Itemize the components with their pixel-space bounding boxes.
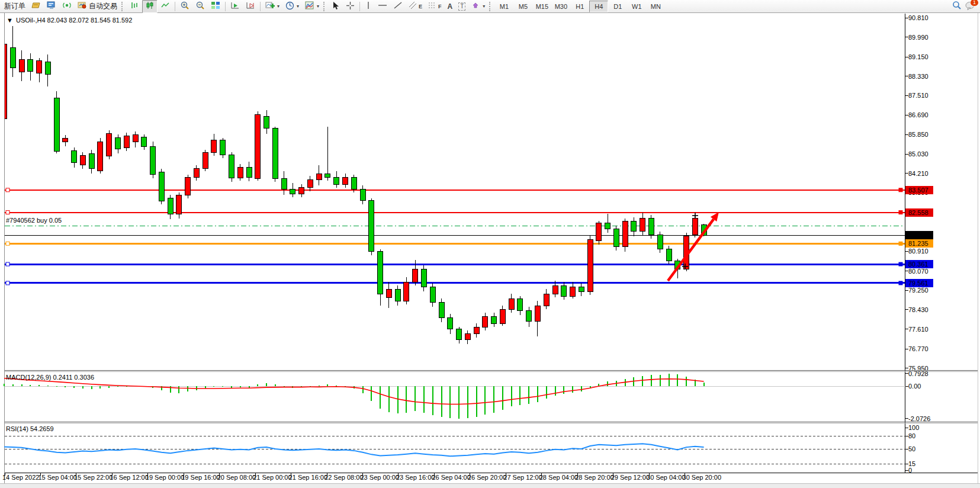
time-tick-label[interactable]: 23 Sep 00:00 (361, 474, 399, 481)
time-tick-label[interactable]: 21 Sep 00:00 (253, 474, 291, 481)
hline-79.561[interactable] (5, 281, 905, 285)
candle (430, 287, 435, 302)
equidistant-channel-tool-button[interactable]: E (406, 0, 425, 13)
price-badge-label: 83.507 (908, 187, 928, 194)
terminal-button[interactable] (44, 0, 59, 13)
indicators-caret-icon[interactable]: ▾ (277, 4, 279, 9)
templates-caret-icon[interactable]: ▾ (317, 4, 319, 9)
toolbar-grip[interactable] (323, 2, 326, 11)
line-handle[interactable] (6, 262, 9, 266)
price-tick-label: 77.610 (908, 326, 928, 333)
hline-82.558[interactable] (5, 211, 905, 214)
indicators-button[interactable]: ▾ (262, 0, 282, 13)
tf-m5-button[interactable]: M5 (513, 1, 532, 12)
time-tick-label[interactable]: 14 Sep 2022 (2, 474, 39, 481)
time-tick-label[interactable]: 16 Sep 12:00 (110, 474, 148, 481)
line-handle[interactable] (6, 211, 9, 214)
arrows-tool-icon (471, 1, 480, 11)
tf-h1-button[interactable]: H1 (570, 1, 589, 12)
line-handle[interactable] (899, 242, 902, 245)
candle (28, 60, 33, 72)
time-tick-label[interactable]: 27 Sep 12:00 (503, 474, 542, 481)
auto-trading-button[interactable]: 自动交易 (75, 0, 120, 13)
time-tick-label[interactable]: 29 Sep 12:00 (611, 474, 650, 481)
time-tick-label[interactable]: 15 Sep 22:00 (74, 474, 113, 481)
macd-tick-label: 0.7928 (908, 370, 928, 377)
toolbar-grip[interactable] (489, 2, 492, 11)
time-tick-label[interactable]: 15 Sep 04:00 (38, 474, 76, 481)
search-icon[interactable] (952, 1, 962, 12)
tf-d1-button[interactable]: D1 (608, 1, 627, 12)
hline-83.507[interactable] (5, 188, 905, 192)
line-handle[interactable] (899, 262, 902, 266)
time-tick-label[interactable]: 23 Sep 16:00 (396, 474, 435, 481)
time-tick-label[interactable]: 28 Sep 20:00 (575, 474, 613, 481)
crosshair-button[interactable] (343, 0, 358, 13)
notifications-button[interactable]: 1 (965, 1, 975, 12)
time-tick-label[interactable]: 22 Sep 08:00 (324, 474, 363, 481)
tf-m30-button[interactable]: M30 (551, 1, 570, 12)
horizontal-line-tool-button[interactable] (375, 0, 390, 13)
templates-button[interactable]: ▾ (302, 0, 322, 13)
tile-windows-button[interactable] (208, 0, 223, 13)
tf-m15-button[interactable]: M15 (532, 1, 551, 12)
annotations: #7940562 buy 0.05 (6, 212, 719, 281)
candle (369, 201, 374, 252)
line-handle[interactable] (899, 211, 902, 214)
time-tick-label[interactable]: 20 Sep 08:00 (217, 474, 256, 481)
tf-w1-button[interactable]: W1 (627, 1, 646, 12)
candle (491, 316, 497, 323)
trend-arrow-annotation[interactable] (668, 219, 714, 281)
periods-button[interactable]: ▾ (282, 0, 302, 13)
candlestick-chart-button[interactable] (142, 0, 158, 13)
arrows-tool-button[interactable]: ▾ (468, 0, 488, 13)
tf-mn-button[interactable]: MN (646, 1, 665, 12)
candle (220, 140, 226, 155)
line-handle[interactable] (899, 188, 902, 192)
time-tick-label[interactable]: 30 Sep 20:00 (683, 474, 721, 481)
hline-81.235[interactable] (5, 242, 905, 245)
hline-80.361[interactable] (5, 262, 905, 266)
text-label-tool-button[interactable]: T (455, 0, 468, 13)
cursor-button[interactable] (329, 0, 343, 13)
one-click-trading-toggle[interactable]: ▼ (7, 17, 13, 24)
price-chart-canvas[interactable]: #7940562 buy 0.05▼USOil-,H4 82.043 82.07… (0, 13, 980, 483)
fibonacci-letter: F (438, 4, 442, 9)
text-tool-button[interactable]: A (445, 0, 456, 13)
trendline-tool-button[interactable] (390, 0, 406, 13)
candle (351, 177, 356, 189)
tf-h4-button[interactable]: H4 (589, 1, 608, 12)
vertical-line-tool-button[interactable] (362, 0, 375, 13)
time-tick-label[interactable]: 26 Sep 04:00 (432, 474, 470, 481)
chart-shift-button[interactable] (243, 0, 258, 13)
time-tick-label[interactable]: 26 Sep 20:00 (468, 474, 506, 481)
periods-caret-icon[interactable]: ▾ (297, 4, 299, 9)
time-tick-label[interactable]: 19 Sep 00:00 (146, 474, 184, 481)
zoom-out-button[interactable] (192, 0, 208, 13)
fibonacci-tool-button[interactable]: F (425, 0, 445, 13)
order-ticket-button[interactable] (28, 0, 44, 13)
tf-m1-button[interactable]: M1 (494, 1, 513, 12)
time-tick-label[interactable]: 28 Sep 04:00 (539, 474, 578, 481)
candle (19, 59, 24, 72)
line-chart-button[interactable] (158, 0, 173, 13)
auto-scroll-button[interactable] (227, 0, 243, 13)
line-handle[interactable] (6, 242, 9, 245)
bar-chart-button[interactable] (127, 0, 142, 13)
toolbar-grip[interactable] (121, 2, 124, 11)
candle (272, 129, 278, 179)
zoom-in-button[interactable] (177, 0, 192, 13)
arrows-caret-icon[interactable]: ▾ (483, 4, 485, 9)
line-handle[interactable] (6, 281, 9, 285)
line-handle[interactable] (6, 188, 9, 192)
candle (194, 169, 199, 178)
time-tick-label[interactable]: 19 Sep 16:00 (181, 474, 220, 481)
price-tick-label: 76.770 (908, 345, 928, 352)
time-tick-label[interactable]: 21 Sep 16:00 (289, 474, 327, 481)
line-handle[interactable] (899, 281, 902, 285)
signals-button[interactable] (59, 0, 75, 13)
new-order-button[interactable]: 新订单 (1, 0, 28, 13)
candle (439, 302, 444, 317)
candle (176, 195, 182, 214)
time-tick-label[interactable]: 30 Sep 04:00 (647, 474, 685, 481)
